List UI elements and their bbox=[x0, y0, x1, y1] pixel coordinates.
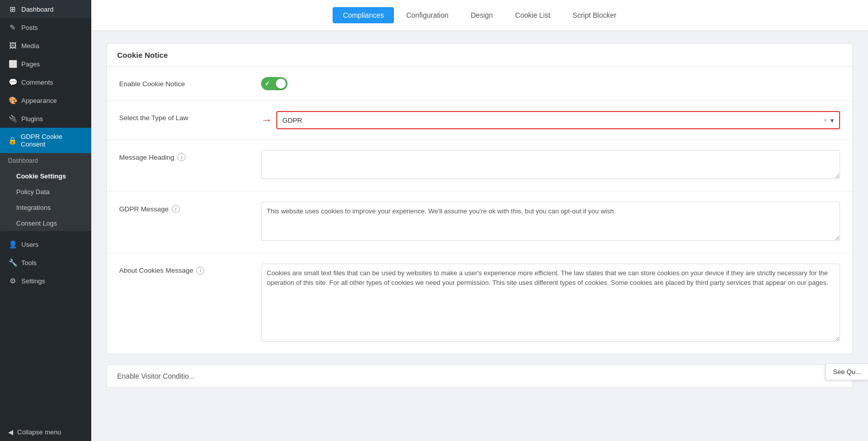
red-arrow-icon: → bbox=[261, 114, 272, 127]
field-label-about-cookies: About Cookies Message i bbox=[119, 264, 251, 275]
card-body: Enable Cookie Notice ✓ bbox=[107, 67, 852, 354]
sidebar-item-label: Settings bbox=[21, 277, 45, 285]
sidebar-item-posts[interactable]: ✎ Posts bbox=[0, 18, 91, 36]
gdpr-icon: 🔒 bbox=[8, 136, 17, 144]
sidebar-submenu: Dashboard Cookie Settings Policy Data In… bbox=[0, 153, 91, 231]
form-row-message-heading: Message Heading i bbox=[107, 140, 852, 192]
gdpr-message-info-icon[interactable]: i bbox=[172, 205, 180, 213]
message-heading-textarea[interactable] bbox=[261, 150, 840, 179]
sidebar-item-dashboard[interactable]: ⊞ Dashboard bbox=[0, 0, 91, 18]
posts-icon: ✎ bbox=[8, 23, 17, 31]
form-row-enable-cookie: Enable Cookie Notice ✓ bbox=[107, 67, 852, 101]
form-row-gdpr-message: GDPR Message i This website uses cookies… bbox=[107, 192, 852, 253]
plugins-icon: 🔌 bbox=[8, 115, 17, 123]
sidebar-item-appearance[interactable]: 🎨 Appearance bbox=[0, 91, 91, 109]
form-row-law-type: Select the Type of Law → GDPR × ▾ bbox=[107, 101, 852, 140]
sidebar-item-label: Comments bbox=[21, 79, 53, 86]
sidebar-item-tools[interactable]: 🔧 Tools bbox=[0, 253, 91, 272]
field-label-gdpr-message: GDPR Message i bbox=[119, 202, 251, 213]
toggle-checkmark: ✓ bbox=[265, 80, 270, 87]
tab-compliances[interactable]: Compliances bbox=[333, 7, 394, 23]
sidebar-item-label: Media bbox=[21, 42, 39, 50]
submenu-section-label: Dashboard bbox=[0, 153, 91, 168]
settings-icon: ⚙ bbox=[8, 277, 17, 285]
toggle-enable-cookie[interactable]: ✓ bbox=[261, 77, 840, 90]
sidebar-item-label: Plugins bbox=[21, 115, 43, 123]
select-value: GDPR bbox=[282, 117, 823, 124]
dashboard-icon: ⊞ bbox=[8, 5, 17, 13]
message-heading-control bbox=[261, 150, 840, 181]
collapse-icon: ◀ bbox=[8, 428, 13, 436]
sidebar-subitem-integrations[interactable]: Integrations bbox=[0, 200, 91, 215]
sidebar-subitem-cookie-settings[interactable]: Cookie Settings bbox=[0, 168, 91, 184]
see-quote-button[interactable]: See Qu... bbox=[825, 363, 868, 380]
appearance-icon: 🎨 bbox=[8, 96, 17, 104]
sidebar-item-media[interactable]: 🖼 Media bbox=[0, 36, 91, 55]
sidebar-item-users[interactable]: 👤 Users bbox=[0, 235, 91, 253]
sidebar-item-label: Posts bbox=[21, 24, 38, 31]
tab-design[interactable]: Design bbox=[461, 7, 503, 23]
sidebar: ⊞ Dashboard ✎ Posts 🖼 Media ⬜ Pages 💬 Co… bbox=[0, 0, 91, 441]
sidebar-item-settings[interactable]: ⚙ Settings bbox=[0, 272, 91, 290]
sidebar-item-plugins[interactable]: 🔌 Plugins bbox=[0, 109, 91, 128]
toggle-slider: ✓ bbox=[261, 77, 287, 90]
collapse-menu-button[interactable]: ◀ Collapse menu bbox=[0, 423, 91, 441]
about-cookies-textarea[interactable]: Cookies are small text files that can be… bbox=[261, 264, 840, 342]
sidebar-item-label: GDPR Cookie Consent bbox=[21, 133, 83, 148]
card-title: Cookie Notice bbox=[107, 44, 852, 67]
gdpr-message-control: This website uses cookies to improve you… bbox=[261, 202, 840, 243]
tab-configuration[interactable]: Configuration bbox=[396, 7, 458, 23]
sidebar-item-label: Users bbox=[21, 241, 39, 248]
select-law-type-control: → GDPR × ▾ bbox=[261, 111, 840, 129]
field-label-enable-cookie: Enable Cookie Notice bbox=[119, 77, 251, 88]
sidebar-subitem-policy-data[interactable]: Policy Data bbox=[0, 184, 91, 200]
about-cookies-info-icon[interactable]: i bbox=[196, 267, 204, 275]
cookie-notice-card: Cookie Notice Enable Cookie Notice ✓ bbox=[106, 43, 853, 354]
gdpr-message-textarea[interactable]: This website uses cookies to improve you… bbox=[261, 202, 840, 241]
field-label-message-heading: Message Heading i bbox=[119, 150, 251, 161]
partial-next-section: Enable Visitor Conditio... bbox=[106, 364, 853, 388]
sidebar-item-label: Pages bbox=[21, 60, 40, 68]
sidebar-subitem-consent-logs[interactable]: Consent Logs bbox=[0, 215, 91, 231]
toggle-wrapper: ✓ bbox=[261, 77, 287, 90]
users-icon: 👤 bbox=[8, 240, 17, 248]
media-icon: 🖼 bbox=[8, 42, 17, 50]
about-cookies-control: Cookies are small text files that can be… bbox=[261, 264, 840, 344]
tools-icon: 🔧 bbox=[8, 259, 17, 267]
sidebar-item-comments[interactable]: 💬 Comments bbox=[0, 73, 91, 91]
select-clear-button[interactable]: × bbox=[823, 116, 827, 124]
tab-bar: Compliances Configuration Design Cookie … bbox=[91, 0, 868, 31]
field-label-law-type: Select the Type of Law bbox=[119, 111, 251, 122]
content-area: Cookie Notice Enable Cookie Notice ✓ bbox=[91, 31, 868, 441]
sidebar-item-label: Dashboard bbox=[21, 6, 54, 13]
toggle-switch[interactable]: ✓ bbox=[261, 77, 287, 90]
tab-cookie-list[interactable]: Cookie List bbox=[505, 7, 560, 23]
main-content: Compliances Configuration Design Cookie … bbox=[91, 0, 868, 441]
sidebar-item-gdpr[interactable]: 🔒 GDPR Cookie Consent bbox=[0, 128, 91, 153]
collapse-label: Collapse menu bbox=[17, 428, 61, 436]
tab-script-blocker[interactable]: Script Blocker bbox=[562, 7, 626, 23]
form-row-about-cookies: About Cookies Message i Cookies are smal… bbox=[107, 253, 852, 354]
pages-icon: ⬜ bbox=[8, 60, 17, 68]
sidebar-item-label: Tools bbox=[21, 259, 37, 267]
select-arrow-icon[interactable]: ▾ bbox=[830, 117, 834, 124]
sidebar-item-label: Appearance bbox=[21, 97, 57, 104]
message-heading-info-icon[interactable]: i bbox=[177, 153, 186, 161]
arrow-annotation: → GDPR × ▾ bbox=[261, 111, 840, 129]
comments-icon: 💬 bbox=[8, 78, 17, 86]
sidebar-item-pages[interactable]: ⬜ Pages bbox=[0, 55, 91, 73]
select-law-type[interactable]: GDPR × ▾ bbox=[276, 111, 840, 129]
